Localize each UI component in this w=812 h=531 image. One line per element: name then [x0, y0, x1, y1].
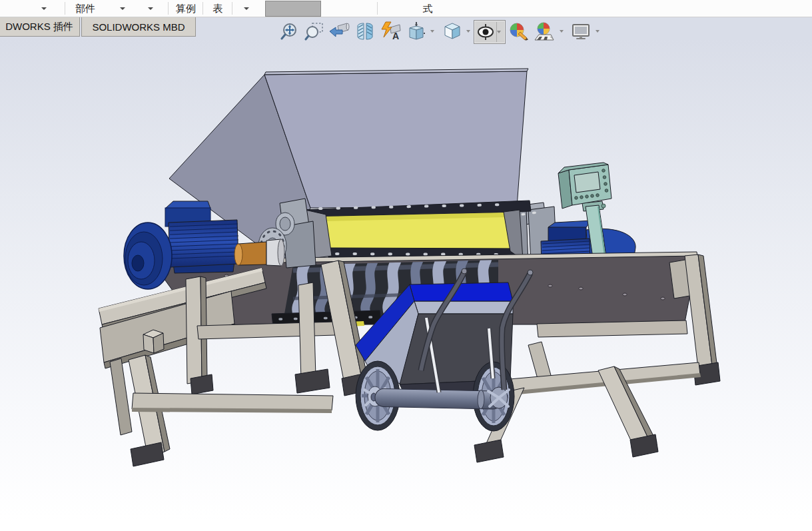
tab-solidworks-plugins[interactable]: DWORKS 插件 [0, 17, 80, 37]
menu-separator [232, 2, 232, 15]
menu-item-part[interactable]: 部件 [69, 0, 101, 17]
menu-dropdown-caret-icon[interactable] [244, 7, 249, 10]
menu-separator [168, 2, 169, 15]
commandmanager-tab-bar: DWORKS 插件 SOLIDWORKS MBD [0, 17, 812, 38]
menu-item-table[interactable]: 表 [205, 0, 230, 17]
menu-bar: 部件 算例 表 式 [0, 0, 812, 17]
tab-solidworks-mbd[interactable]: SOLIDWORKS MBD [81, 17, 196, 37]
menu-dropdown-caret-icon[interactable] [41, 7, 47, 10]
model-viewport[interactable] [0, 0, 812, 531]
tab-label: DWORKS 插件 [5, 21, 73, 33]
menu-separator [65, 2, 65, 15]
menu-separator [203, 2, 203, 15]
active-tool-button[interactable] [265, 1, 321, 17]
menu-item-expression[interactable]: 式 [413, 0, 442, 17]
menu-item-study[interactable]: 算例 [171, 0, 201, 17]
menu-dropdown-caret-icon[interactable] [148, 7, 153, 10]
menu-dropdown-caret-icon[interactable] [120, 7, 125, 10]
shredder-chamber[interactable] [296, 201, 531, 261]
menu-separator [377, 2, 378, 15]
tab-label: SOLIDWORKS MBD [92, 21, 185, 33]
